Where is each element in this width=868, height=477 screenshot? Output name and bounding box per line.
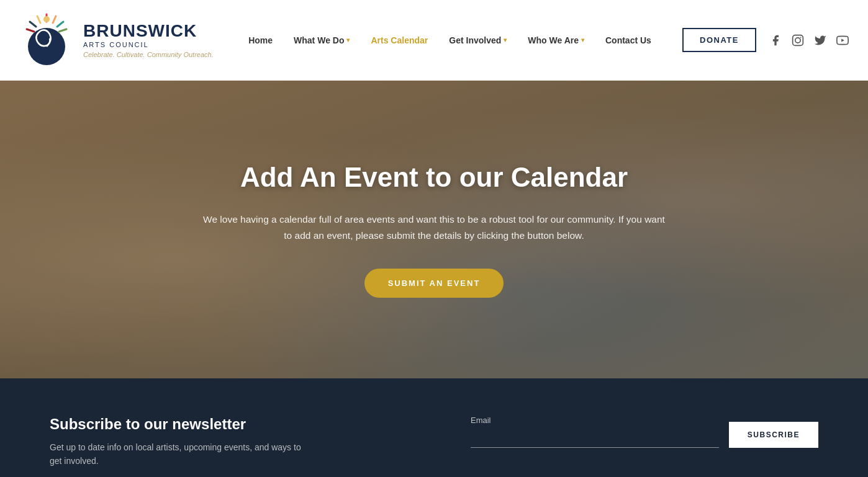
nav-get-involved[interactable]: Get Involved ▾ xyxy=(440,30,515,50)
email-field-wrap: Email xyxy=(471,416,719,448)
svg-line-4 xyxy=(37,16,40,23)
hero-content: Add An Event to our Calendar We love hav… xyxy=(186,136,682,323)
subscribe-button[interactable]: SUBSCRIBE xyxy=(729,422,818,448)
org-tagline: Celebrate. Cultivate. Community Outreach… xyxy=(83,51,214,58)
footer-top: Subscribe to our newsletter Get up to da… xyxy=(0,378,868,477)
email-input[interactable] xyxy=(471,430,719,448)
nav-arts-calendar[interactable]: Arts Calendar xyxy=(362,30,436,50)
nav-what-we-do[interactable]: What We Do ▾ xyxy=(285,30,358,50)
svg-line-7 xyxy=(59,29,66,32)
svg-rect-9 xyxy=(793,35,803,45)
header: BRUNSWICK ARTS COUNCIL Celebrate. Cultiv… xyxy=(0,0,868,81)
email-label: Email xyxy=(471,416,719,425)
svg-line-6 xyxy=(27,29,34,32)
svg-line-2 xyxy=(53,16,56,23)
social-icons xyxy=(769,33,849,47)
logo-area: BRUNSWICK ARTS COUNCIL Celebrate. Cultiv… xyxy=(19,9,230,71)
svg-line-5 xyxy=(30,22,36,27)
hero-description: We love having a calendar full of area e… xyxy=(198,212,670,244)
youtube-icon[interactable] xyxy=(836,33,849,47)
org-name-line1: BRUNSWICK xyxy=(83,22,214,41)
hero-title: Add An Event to our Calendar xyxy=(198,161,670,194)
logo-icon xyxy=(19,9,75,71)
logo-text-area: BRUNSWICK ARTS COUNCIL Celebrate. Cultiv… xyxy=(83,22,214,58)
twitter-icon[interactable] xyxy=(813,33,827,47)
org-name-line2: ARTS COUNCIL xyxy=(83,41,214,48)
newsletter-left: Subscribe to our newsletter Get up to da… xyxy=(50,416,310,468)
nav-home[interactable]: Home xyxy=(240,30,281,50)
newsletter-section: Subscribe to our newsletter Get up to da… xyxy=(50,416,818,477)
svg-point-11 xyxy=(800,37,802,38)
donate-button[interactable]: DONATE xyxy=(682,28,756,52)
main-nav: Home What We Do ▾ Arts Calendar Get Invo… xyxy=(230,30,670,50)
newsletter-title: Subscribe to our newsletter xyxy=(50,416,310,433)
chevron-down-icon: ▾ xyxy=(346,37,350,43)
nav-contact-us[interactable]: Contact Us xyxy=(597,30,660,50)
submit-event-button[interactable]: SUBMIT AN EVENT xyxy=(364,269,504,298)
instagram-icon[interactable] xyxy=(791,33,805,47)
newsletter-right: Email SUBSCRIBE xyxy=(471,416,818,448)
facebook-icon[interactable] xyxy=(769,33,782,47)
newsletter-description: Get up to date info on local artists, up… xyxy=(50,440,310,468)
chevron-down-icon: ▾ xyxy=(504,37,507,43)
chevron-down-icon: ▾ xyxy=(581,37,584,43)
svg-line-3 xyxy=(57,22,63,27)
nav-who-we-are[interactable]: Who We Are ▾ xyxy=(519,30,593,50)
svg-point-10 xyxy=(795,37,800,42)
svg-marker-12 xyxy=(841,38,844,42)
hero-section: Add An Event to our Calendar We love hav… xyxy=(0,81,868,378)
svg-point-8 xyxy=(43,16,50,22)
